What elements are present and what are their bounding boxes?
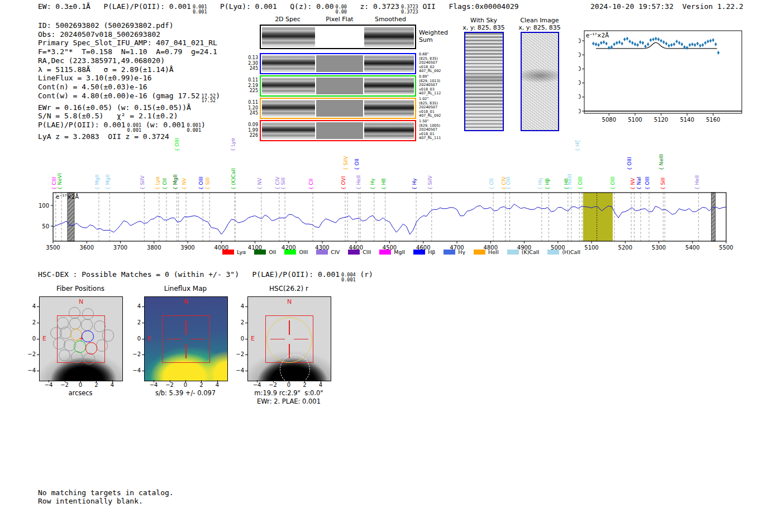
panel-xtick-mark [49,380,49,382]
panel-ytick-mark [245,354,247,355]
svg-text:{ CIII: { CIII [51,177,57,190]
panel-ytick-mark [37,323,39,323]
legend-entry: Hβ [413,249,435,255]
fiber-row-annotation: 0.89"(829, 1013)20240507v018_03407_RL_11… [419,75,441,96]
spectrum-legend: LyαOIIOIIICIVCIIIMgIIHβHγHeII(K)CaII(H)C… [222,249,580,255]
with-sky-title: With Sky [470,17,497,24]
svg-text:{ OII: { OII [162,178,168,190]
panel-xtick-label: −4 [42,382,55,388]
panel-xtick-label: 4 [314,382,327,388]
svg-text:5160: 5160 [706,117,720,123]
panel-ytick-label: −4 [25,367,36,373]
svg-text:5080: 5080 [602,117,616,123]
lineflux-map-caption: s/b: 5.39 +/- 0.097 [130,389,241,397]
text-segment: Obs: 20240507v018_5002693802 [38,30,160,39]
panel-ytick-mark [245,371,247,371]
legend-label: HeII [488,249,499,255]
svg-text:{ SiIV: { SiIV [140,175,145,190]
info-line: λ = 5115.88Å σ = 2.89(±1.14)Å [38,65,220,74]
text-segment: S/N = 5.8(±0.5) χ² = 2.1(±0.2) [38,112,178,120]
panel-ytick-mark [245,339,247,339]
panel-xtick-mark [96,380,97,382]
stacked-uncertainty: 0.0040.001 [341,272,356,282]
legend-color-swatch [348,250,360,255]
svg-text:e⁻¹⁷×2Å: e⁻¹⁷×2Å [56,193,79,200]
line-fit-zoom-plot: 02040608010050805100512051405160e⁻¹⁷×2Å [579,27,747,130]
svg-text:{ OIII: { OIII [198,176,204,190]
footer-line-2: Row intentionally blank. [38,497,143,506]
fiber-circle [96,339,108,351]
text-segment: RA,Dec (223.385971,49.068020) [38,56,165,65]
panel-xtick-label: 2 [298,382,311,388]
crosshair-line [185,320,187,335]
panel-ytick-label: 2 [233,319,244,325]
text-segment: ) [201,121,206,129]
panel-ytick-label: −4 [233,367,244,373]
svg-text:5200: 5200 [618,245,632,250]
info-line: LineFlux = 3.10(±0.99)e-16 [38,74,220,83]
legend-label: CIII [363,249,371,255]
legend-entry: MgII [379,249,405,255]
panel-ytick-label: 2 [25,319,36,325]
text-segment: EW: 0.3±0.1Å P(LAE)/P(OII): 0.001 [38,2,191,11]
fiber-smoothed-image [364,122,414,139]
svg-text:5100: 5100 [628,117,642,123]
svg-text:{ OVI: { OVI [341,176,346,190]
text-segment: LineFlux = 3.10(±0.99)e-16 [38,74,152,82]
svg-text:40: 40 [579,80,581,86]
svg-text:5100: 5100 [584,245,598,250]
fiber-row-weights: 0.091.99226 [244,122,258,138]
legend-color-swatch [444,250,455,255]
svg-text:{ CII: { CII [308,179,314,190]
panel-xtick-label: 0 [179,382,192,388]
panel-ytick-mark [142,354,144,355]
hsc-r-title: HSC(26.2) r [247,285,330,293]
panel-xtick-label: −2 [58,382,71,388]
text-segment: λ = 5115.88Å σ = 2.89(±1.14)Å [38,65,174,74]
panel-ytick-mark [142,339,144,339]
fiber-2d-spec-image [262,100,315,117]
fiber-circle [81,319,93,330]
panel-xtick-label: −4 [147,382,160,388]
panel-xtick-mark [154,380,154,382]
compass-east-label: E [147,335,151,342]
legend-label: OIII [299,249,308,255]
text-segment: (w: 0.001 [141,121,185,129]
text-segment: Cont(n) = 4.50(±0.03)e-16 [38,83,147,91]
panel-xtick-label: 0 [282,382,295,388]
panel-xtick-mark [304,380,305,382]
svg-text:{ Hγ: { Hγ [412,178,417,190]
svg-text:{ MgII: { MgII [173,175,178,190]
svg-text:{ OIII: { OIII [610,176,616,190]
footer-line-1: No matching targets in catalog. [38,488,174,497]
catalog-object-dashed-circle [280,354,310,381]
legend-label: Lyα [237,249,246,255]
legend-color-swatch [547,250,559,255]
panel-ytick-label: 4 [233,303,244,309]
fiber-circle [85,342,97,354]
panel-ytick-mark [142,323,144,323]
panel-xtick-mark [321,380,321,382]
text-segment: P(Lyα): 0.001 Q(z): 0.00 [207,2,334,11]
report-timestamp: 2024-10-20 19:57:32 [590,2,674,11]
svg-text:{ MgII: { MgII [94,175,100,190]
stacked-uncertainty: 0.37230.3723 [401,4,418,14]
svg-text:{ NaI: { NaI [636,177,642,190]
panel-xtick-label: 4 [106,382,119,388]
fiber-row-weights: 0.111.20245 [244,100,258,116]
fiber-pixel-flat-image [316,55,363,72]
legend-entry: OIII [284,249,308,255]
svg-text:{ OIII: { OIII [645,176,650,190]
svg-text:{ Hη: { Hη [537,178,543,190]
panel-xtick-mark [273,380,274,382]
svg-text:20: 20 [579,94,581,100]
weighted-2d-spec-image [262,27,315,47]
legend-entry: Lyα [222,249,246,255]
svg-text:{ NV: { NV [630,178,636,190]
legend-color-swatch [222,250,234,255]
svg-text:{ OIII: { OIII [578,176,583,190]
column-header-2d-spec: 2D Spec [275,16,301,23]
text-segment: OII Flags:0x00004029 [418,2,519,11]
svg-text:{ SiIV: { SiIV [343,156,349,170]
report-version: Version 1.22.2 [682,2,743,11]
